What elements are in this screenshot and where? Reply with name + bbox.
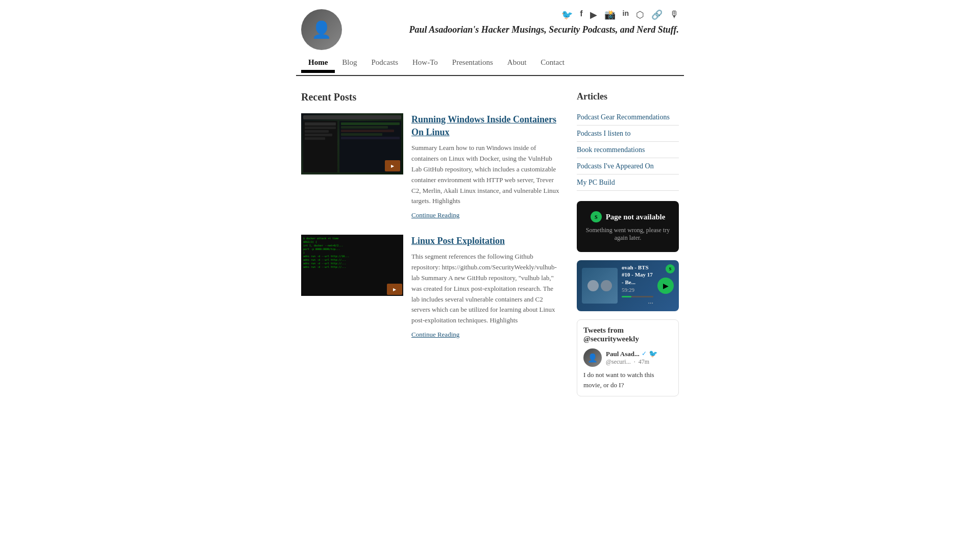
sidebar-link-item[interactable]: My PC Build <box>577 174 679 191</box>
tweets-heading: Tweets from @securityweekly <box>583 326 672 343</box>
sidebar-links: Podcast Gear Recommendations Podcasts I … <box>577 109 679 191</box>
spotify-error-message: Something went wrong, please try again l… <box>585 227 671 242</box>
sidebar-link-item[interactable]: Book recommendations <box>577 142 679 158</box>
tweet-avatar: 👤 <box>583 348 602 367</box>
nav-item-presentations[interactable]: Presentations <box>445 55 500 73</box>
post-thumbnail-2: $ docker attack +t time ARGS(3) { int 1,… <box>301 235 403 339</box>
play-button[interactable]: ▶ <box>657 278 674 294</box>
post-thumbnail-1: ▶ <box>301 113 403 219</box>
spotify-logo-icon: S <box>591 211 602 222</box>
post-text-2: Linux Post Exploitation This segment ref… <box>411 235 561 339</box>
tweet-time: · <box>634 358 635 366</box>
tweet-text: I do not want to watch this movie, or do… <box>583 370 672 390</box>
post-title-2[interactable]: Linux Post Exploitation <box>411 235 561 247</box>
spotify-logo-corner: S <box>666 264 675 273</box>
linkedin-icon[interactable]: in <box>623 9 629 20</box>
main-nav: Home Blog Podcasts How-To Presentations … <box>296 55 684 76</box>
post-item: ▶ Running Windows Inside Containers On L… <box>301 113 561 219</box>
recent-posts-heading: Recent Posts <box>301 91 561 103</box>
youtube-icon[interactable]: ▶ <box>590 9 597 20</box>
spotify-error-widget: S Page not available Something went wron… <box>577 201 679 252</box>
sidebar-link-item[interactable]: Podcast Gear Recommendations <box>577 109 679 126</box>
nav-item-about[interactable]: About <box>500 55 534 73</box>
post-text-1: Running Windows Inside Containers On Lin… <box>411 113 561 219</box>
nav-item-podcasts[interactable]: Podcasts <box>364 55 406 73</box>
continue-reading-1[interactable]: Continue Reading <box>411 211 459 219</box>
site-avatar: 👤 <box>301 9 342 50</box>
sidebar-link-item[interactable]: Podcasts I've Appeared On <box>577 158 679 174</box>
spotify-page-title: Page not available <box>606 213 666 221</box>
nav-item-contact[interactable]: Contact <box>533 55 572 73</box>
continue-reading-2[interactable]: Continue Reading <box>411 331 459 338</box>
post-summary-2: This segment references the following Gi… <box>411 252 561 326</box>
nav-item-blog[interactable]: Blog <box>335 55 364 73</box>
episode-title: ovah - BTS #10 - May 17 - Be... <box>622 264 653 286</box>
player-thumbnail <box>582 268 618 304</box>
tweet-time-ago: 47m <box>639 358 649 366</box>
github-icon[interactable]: ⬡ <box>636 9 644 20</box>
tweet-author-name: Paul Asad... <box>606 350 640 358</box>
instagram-icon[interactable]: 📸 <box>604 9 616 20</box>
site-tagline: Paul Asadoorian's Hacker Musings, Securi… <box>350 23 679 36</box>
nav-item-home[interactable]: Home <box>301 55 335 73</box>
post-item-2: $ docker attack +t time ARGS(3) { int 1,… <box>301 235 561 339</box>
tweet-handle: @securi... <box>606 358 631 366</box>
twitter-brand-icon: 🐦 <box>649 349 657 358</box>
spotify-player-widget[interactable]: S ovah - BTS #10 - May 17 - Be... 59:29 <box>577 260 679 311</box>
link-icon[interactable]: 🔗 <box>651 9 663 20</box>
twitter-icon[interactable]: 🐦 <box>561 9 573 20</box>
tweets-widget: Tweets from @securityweekly 👤 Paul Asad.… <box>577 319 679 396</box>
podcast-icon[interactable]: 🎙 <box>670 9 679 20</box>
nav-item-howto[interactable]: How-To <box>405 55 445 73</box>
post-title-1[interactable]: Running Windows Inside Containers On Lin… <box>411 113 561 139</box>
sidebar-link-item[interactable]: Podcasts I listen to <box>577 126 679 142</box>
post-summary-1: Summary Learn how to run Windows inside … <box>411 143 561 207</box>
more-options-icon[interactable]: ··· <box>648 299 654 308</box>
verified-icon: ✓ <box>642 350 647 358</box>
facebook-icon[interactable]: f <box>580 9 582 20</box>
articles-heading: Articles <box>577 91 679 102</box>
player-info: ovah - BTS #10 - May 17 - Be... 59:29 ··… <box>618 264 657 308</box>
episode-duration: 59:29 <box>622 287 653 293</box>
